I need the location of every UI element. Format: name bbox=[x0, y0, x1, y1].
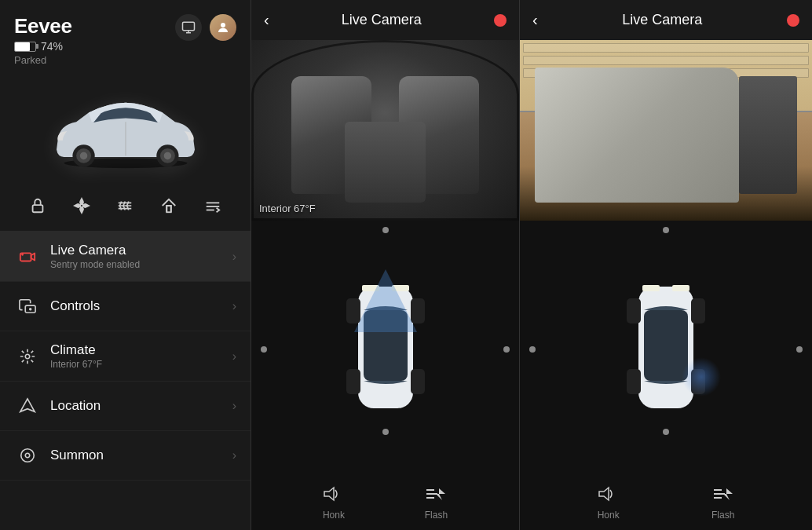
center-back-button[interactable]: ‹ bbox=[264, 11, 269, 29]
right-top-car bbox=[619, 263, 713, 436]
header-icons bbox=[175, 14, 236, 41]
right-honk-label: Honk bbox=[598, 510, 620, 521]
svg-rect-42 bbox=[642, 285, 660, 291]
location-icon bbox=[14, 393, 41, 419]
right-sensor-top bbox=[663, 227, 669, 233]
car-image bbox=[39, 88, 212, 168]
battery-fill bbox=[15, 42, 30, 51]
svg-point-23 bbox=[25, 453, 30, 458]
summon-icon bbox=[14, 442, 41, 469]
svg-rect-10 bbox=[32, 205, 42, 212]
svg-rect-28 bbox=[346, 369, 360, 394]
sensor-right bbox=[503, 346, 510, 353]
center-camera-controls: Honk Flash bbox=[251, 478, 519, 530]
center-record-indicator bbox=[494, 14, 507, 27]
controls-text: Controls bbox=[50, 298, 232, 314]
svg-point-17 bbox=[21, 253, 24, 255]
door-panel-2 bbox=[523, 56, 809, 65]
center-panel: ‹ Live Camera Interior 67°F bbox=[251, 0, 520, 530]
flash-icon bbox=[425, 486, 447, 506]
right-camera-feed bbox=[520, 40, 812, 221]
svg-point-8 bbox=[163, 152, 170, 159]
live-camera-sub: Sentry mode enabled bbox=[50, 259, 232, 270]
svg-rect-43 bbox=[672, 285, 689, 291]
car-name: Eevee bbox=[14, 14, 72, 38]
center-honk-button[interactable]: Honk bbox=[323, 486, 345, 521]
seat-center bbox=[345, 122, 425, 203]
controls-arrow: › bbox=[232, 299, 236, 313]
svg-point-1 bbox=[221, 23, 225, 27]
svg-point-19 bbox=[30, 309, 31, 310]
menu-item-climate[interactable]: Climate Interior 67°F › bbox=[0, 331, 251, 382]
svg-rect-40 bbox=[627, 369, 641, 394]
right-flash-button[interactable]: Flash bbox=[711, 486, 734, 521]
menu-item-controls[interactable]: Controls › bbox=[0, 282, 251, 331]
right-back-button[interactable]: ‹ bbox=[532, 11, 538, 29]
svg-rect-39 bbox=[691, 298, 705, 323]
center-camera-title: Live Camera bbox=[342, 12, 422, 28]
climate-arrow: › bbox=[232, 349, 236, 364]
right-flash-icon bbox=[712, 486, 734, 506]
right-flash-label: Flash bbox=[711, 510, 734, 521]
honk-icon bbox=[323, 486, 345, 506]
flash-label: Flash bbox=[425, 510, 448, 521]
svg-marker-21 bbox=[20, 399, 35, 411]
svg-point-20 bbox=[25, 354, 30, 359]
right-car-svg bbox=[619, 263, 713, 436]
svg-rect-38 bbox=[627, 298, 641, 323]
controls-icon bbox=[14, 293, 41, 320]
defrost-icon-btn[interactable] bbox=[111, 192, 139, 220]
car-info: Eevee 74% Parked bbox=[14, 14, 72, 66]
right-sensor-right bbox=[796, 346, 803, 353]
live-camera-text: Live Camera Sentry mode enabled bbox=[50, 243, 232, 270]
front-beam bbox=[354, 269, 417, 332]
svg-marker-47 bbox=[723, 488, 733, 500]
climate-label: Climate bbox=[50, 342, 232, 358]
car-status: Parked bbox=[14, 54, 72, 66]
sensor-left bbox=[261, 346, 267, 353]
more-icon-btn[interactable] bbox=[199, 192, 227, 220]
right-honk-button[interactable]: Honk bbox=[598, 486, 620, 521]
sensor-top bbox=[382, 227, 389, 233]
location-arrow: › bbox=[232, 399, 236, 413]
avatar[interactable] bbox=[210, 14, 236, 41]
left-panel: Eevee 74% Parked bbox=[0, 0, 251, 530]
settings-icon[interactable] bbox=[175, 14, 202, 41]
right-sensor-left bbox=[529, 346, 536, 353]
svg-rect-0 bbox=[183, 22, 195, 31]
right-panel: ‹ Live Camera bbox=[520, 0, 812, 530]
fan-icon-btn[interactable] bbox=[68, 192, 96, 220]
svg-rect-29 bbox=[411, 369, 425, 394]
center-flash-button[interactable]: Flash bbox=[425, 486, 448, 521]
side-beam bbox=[682, 357, 721, 397]
svg-rect-12 bbox=[167, 206, 172, 212]
center-top-view bbox=[251, 221, 519, 478]
climate-sub: Interior 67°F bbox=[50, 359, 232, 370]
location-label: Location bbox=[50, 398, 232, 414]
honk-label: Honk bbox=[323, 510, 345, 521]
climate-text: Climate Interior 67°F bbox=[50, 342, 232, 370]
svg-rect-18 bbox=[25, 305, 35, 313]
center-camera-feed: Interior 67°F bbox=[251, 40, 519, 221]
icon-row bbox=[0, 185, 251, 232]
center-camera-header: ‹ Live Camera bbox=[251, 0, 519, 40]
controls-label: Controls bbox=[50, 298, 232, 314]
menu-item-live-camera[interactable]: Live Camera Sentry mode enabled › bbox=[0, 232, 251, 282]
battery-percent: 74% bbox=[41, 40, 63, 53]
lock-icon-btn[interactable] bbox=[24, 192, 52, 220]
live-camera-label: Live Camera bbox=[50, 243, 232, 258]
summon-label: Summon bbox=[50, 448, 232, 463]
summon-text: Summon bbox=[50, 448, 232, 463]
menu-item-summon[interactable]: Summon › bbox=[0, 431, 251, 481]
climate-icon bbox=[14, 343, 41, 370]
right-camera-header: ‹ Live Camera bbox=[520, 0, 812, 40]
svg-point-22 bbox=[21, 449, 35, 462]
car-header: Eevee 74% Parked bbox=[0, 0, 251, 75]
right-camera-title: Live Camera bbox=[622, 12, 702, 28]
right-honk-icon bbox=[598, 486, 620, 506]
svg-marker-35 bbox=[436, 488, 445, 500]
home-icon-btn[interactable] bbox=[155, 192, 183, 220]
battery-icon bbox=[14, 42, 36, 52]
van-vehicle bbox=[535, 68, 739, 203]
menu-item-location[interactable]: Location › bbox=[0, 382, 251, 431]
